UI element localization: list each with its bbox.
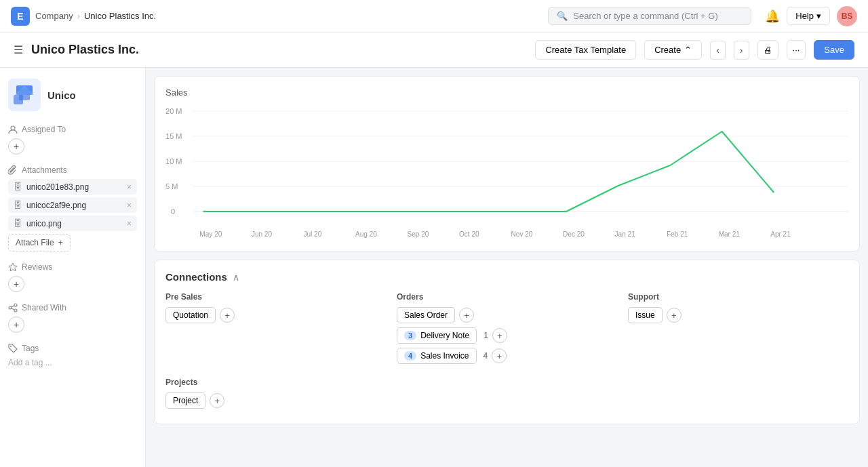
shared-with-section: Shared With +: [8, 303, 137, 333]
add-tag-text[interactable]: Add a tag ...: [8, 358, 52, 367]
connections-collapse-icon[interactable]: ∧: [233, 272, 239, 283]
star-icon: [8, 262, 18, 272]
orders-sales-order-row: Sales Order +: [397, 307, 617, 323]
tags-section: Tags Add a tag ...: [8, 344, 137, 367]
projects-items: Project +: [165, 392, 848, 409]
create-button[interactable]: Create ⌃: [644, 40, 702, 60]
search-bar[interactable]: 🔍 Search or type a command (Ctrl + G): [548, 7, 751, 25]
attachment-item: 🗄 unico201e83.png ×: [8, 179, 137, 195]
svg-text:20 M: 20 M: [165, 107, 182, 115]
assigned-to-section: Assigned To +: [8, 125, 137, 155]
svg-text:May 20: May 20: [199, 230, 222, 238]
page-header: ☰ Unico Plastics Inc. Create Tax Templat…: [0, 33, 868, 68]
company-logo-icon: [12, 83, 37, 107]
assigned-to-label: Assigned To: [8, 125, 137, 134]
svg-text:Jun 20: Jun 20: [252, 230, 273, 238]
svg-text:Mar 21: Mar 21: [719, 230, 741, 238]
issue-tag[interactable]: Issue: [628, 307, 663, 323]
projects-section: Projects Project +: [165, 378, 848, 409]
attachment-remove-button[interactable]: ×: [127, 201, 132, 210]
add-pre-sales-button[interactable]: +: [220, 308, 235, 323]
topbar: E Company › Unico Plastics Inc. 🔍 Search…: [0, 0, 868, 33]
attach-file-plus-icon: +: [58, 238, 63, 247]
add-shared-with-button[interactable]: +: [8, 317, 24, 333]
add-sales-order-button[interactable]: +: [459, 308, 474, 323]
main-layout: Unico Assigned To + Attachments 🗄 unico2…: [0, 68, 868, 467]
chevron-down-icon: ⌃: [684, 45, 692, 55]
sales-chart-svg: 20 M 15 M 10 M 5 M 0 May 20 Jun 20 Jul 2…: [165, 104, 848, 240]
attachment-remove-button[interactable]: ×: [127, 182, 132, 192]
chart-area: 20 M 15 M 10 M 5 M 0 May 20 Jun 20 Jul 2…: [165, 104, 848, 240]
attachments-label: Attachments: [8, 165, 137, 175]
sales-invoice-tag[interactable]: 4 Sales Invoice: [397, 348, 477, 364]
attachments-section: Attachments 🗄 unico201e83.png × 🗄 unicoc…: [8, 165, 137, 251]
paperclip-icon: [8, 165, 18, 175]
connections-card: Connections ∧ Pre Sales Quotation + O: [154, 260, 860, 424]
svg-text:Apr 21: Apr 21: [770, 230, 791, 238]
svg-point-6: [14, 304, 17, 306]
attachment-file-icon: 🗄: [14, 218, 22, 228]
next-nav-button[interactable]: ›: [734, 41, 749, 60]
attachment-file-icon: 🗄: [14, 200, 22, 210]
print-button[interactable]: 🖨: [757, 40, 778, 60]
svg-text:15 M: 15 M: [165, 132, 182, 140]
connections-title: Connections: [165, 271, 227, 283]
svg-marker-5: [9, 263, 17, 271]
support-items: Issue +: [628, 307, 848, 323]
add-sales-invoice-button[interactable]: +: [492, 348, 507, 363]
pre-sales-items: Quotation +: [165, 307, 386, 323]
prev-nav-button[interactable]: ‹: [710, 41, 726, 60]
notification-bell-button[interactable]: 🔔: [765, 9, 780, 24]
avatar[interactable]: BS: [837, 6, 857, 26]
reviews-label: Reviews: [8, 262, 137, 272]
sales-order-tag[interactable]: Sales Order: [397, 307, 455, 323]
sales-invoice-badge: 4: [404, 351, 416, 361]
svg-text:Dec 20: Dec 20: [563, 230, 585, 238]
more-options-button[interactable]: ···: [787, 40, 806, 60]
add-assigned-to-button[interactable]: +: [8, 138, 24, 155]
svg-point-4: [11, 126, 15, 130]
save-button[interactable]: Save: [814, 40, 854, 60]
orders-section: Orders Sales Order + 3 Delivery Note 1: [397, 292, 617, 368]
help-button[interactable]: Help ▾: [787, 7, 830, 25]
svg-point-9: [10, 346, 12, 347]
svg-point-8: [14, 309, 17, 312]
attachment-file-icon: 🗄: [14, 182, 22, 192]
attach-file-button[interactable]: Attach File +: [8, 234, 71, 251]
main-content: Sales 20 M 15 M 10 M 5 M 0 May 20: [146, 68, 868, 467]
connections-header: Connections ∧: [165, 271, 848, 283]
menu-icon[interactable]: ☰: [14, 43, 23, 56]
project-tag[interactable]: Project: [165, 392, 205, 409]
delivery-note-tag[interactable]: 3 Delivery Note: [397, 327, 477, 344]
breadcrumb: Company › Unico Plastics Inc.: [35, 11, 156, 21]
projects-title: Projects: [165, 378, 848, 387]
svg-text:10 M: 10 M: [165, 157, 182, 165]
breadcrumb-parent[interactable]: Company: [35, 11, 73, 21]
svg-text:5 M: 5 M: [165, 182, 178, 190]
sales-invoice-count: 4: [484, 351, 488, 361]
add-review-button[interactable]: +: [8, 276, 24, 292]
svg-text:0: 0: [171, 207, 175, 216]
support-title: Support: [628, 292, 848, 302]
svg-text:Jan 21: Jan 21: [615, 230, 636, 238]
add-project-button[interactable]: +: [210, 393, 224, 408]
tags-label: Tags: [8, 344, 137, 353]
connections-grid: Pre Sales Quotation + Orders Sales Order: [165, 292, 848, 368]
breadcrumb-sep: ›: [77, 11, 80, 21]
svg-text:Sep 20: Sep 20: [407, 230, 429, 238]
attachment-remove-button[interactable]: ×: [127, 219, 132, 228]
tag-icon: [8, 344, 18, 353]
create-tax-template-button[interactable]: Create Tax Template: [535, 40, 636, 60]
attachment-filename: unicoc2af9e.png: [26, 201, 123, 210]
app-logo: E: [11, 7, 30, 26]
shared-with-label: Shared With: [8, 303, 137, 312]
chart-title: Sales: [165, 87, 848, 98]
search-icon: 🔍: [557, 11, 568, 21]
attachment-filename: unico.png: [26, 219, 123, 228]
attachment-filename: unico201e83.png: [26, 182, 123, 192]
sidebar: Unico Assigned To + Attachments 🗄 unico2…: [0, 68, 146, 467]
add-issue-button[interactable]: +: [667, 308, 682, 323]
quotation-tag[interactable]: Quotation: [165, 307, 216, 323]
add-delivery-note-button[interactable]: +: [492, 328, 507, 343]
orders-title: Orders: [397, 292, 617, 302]
